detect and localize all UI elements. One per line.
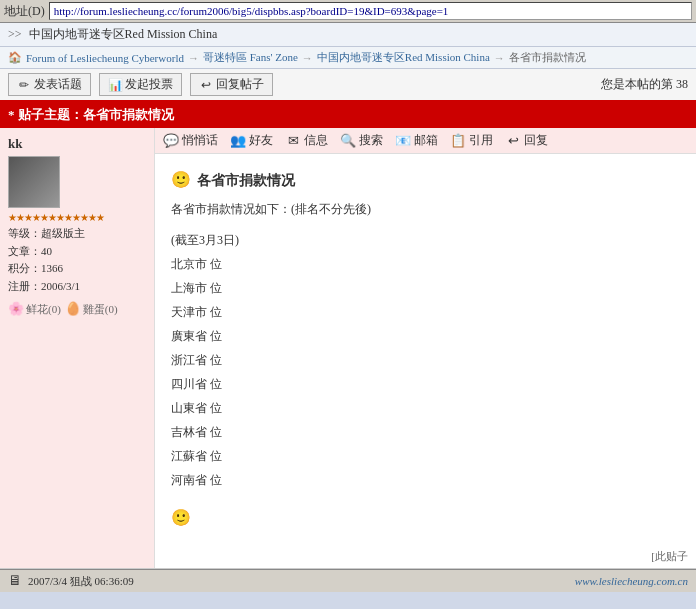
post-subtitle: 各省市捐款情况如下：(排名不分先後) — [171, 199, 680, 221]
search-icon: 🔍 — [340, 133, 356, 149]
action-search-label: 搜索 — [359, 132, 383, 149]
user-stars: ★★★★★★★★★★★★ — [8, 212, 104, 223]
user-info: 等级：超级版主 文章：40 积分：1366 注册：2006/3/1 — [8, 225, 85, 295]
action-message-label: 信息 — [304, 132, 328, 149]
egg-icon: 🥚 — [65, 301, 81, 317]
breadcrumb-bar: >> 中国内地哥迷专区Red Mission China — [0, 23, 696, 47]
post-topic-label: 发表话题 — [34, 76, 82, 93]
post-title-line: 🙂 各省市捐款情况 — [171, 166, 680, 195]
smiley-top: 🙂 — [171, 166, 191, 195]
browser-bar: 地址(D) http://forum.lesliecheung.cc/forum… — [0, 0, 696, 23]
breadcrumb-top-text: 中国内地哥迷专区Red Mission China — [29, 27, 218, 41]
action-friends[interactable]: 👥 好友 — [230, 132, 273, 149]
bottom-left: 🖥 2007/3/4 狙战 06:36:09 — [8, 573, 134, 589]
breadcrumb-prefix: >> — [8, 27, 22, 41]
url-text: http://forum.lesliecheung.cc/forum2006/b… — [54, 5, 449, 17]
arrow-1: → — [188, 52, 199, 64]
action-whisper[interactable]: 💬 悄悄话 — [163, 132, 218, 149]
post-date-note: (截至3月3日) — [171, 228, 680, 252]
province-5: 四川省 位 — [171, 372, 680, 396]
action-email[interactable]: 📧 邮箱 — [395, 132, 438, 149]
province-9: 河南省 位 — [171, 468, 680, 492]
whisper-icon: 💬 — [163, 133, 179, 149]
post-header-label: * 贴子主题：各省市捐款情况 — [8, 107, 174, 122]
user-level: 等级：超级版主 — [8, 225, 85, 243]
reply-action-icon: ↩ — [505, 133, 521, 149]
user-posts: 文章：40 — [8, 243, 85, 261]
bottom-bar: 🖥 2007/3/4 狙战 06:36:09 www.lesliecheung.… — [0, 569, 696, 592]
action-email-label: 邮箱 — [414, 132, 438, 149]
action-message[interactable]: ✉ 信息 — [285, 132, 328, 149]
avatar — [8, 156, 60, 208]
reply-post-label: 回复帖子 — [216, 76, 264, 93]
address-bar[interactable]: http://forum.lesliecheung.cc/forum2006/b… — [49, 2, 692, 20]
quote-icon: 📋 — [450, 133, 466, 149]
reply-post-button[interactable]: ↩ 回复帖子 — [190, 73, 273, 96]
reply-icon: ↩ — [199, 78, 213, 92]
email-icon: 📧 — [395, 133, 411, 149]
post-title: 各省市捐款情况 — [197, 168, 295, 193]
nav-icon: 🏠 — [8, 51, 22, 64]
footer-note-text: [此贴子 — [651, 550, 688, 562]
post-date-author: 2007/3/4 狙战 06:36:09 — [28, 574, 134, 589]
action-whisper-label: 悄悄话 — [182, 132, 218, 149]
flower-icon: 🌸 — [8, 301, 24, 317]
flower-label: 鲜花(0) — [26, 302, 61, 317]
province-6: 山東省 位 — [171, 396, 680, 420]
action-quote[interactable]: 📋 引用 — [450, 132, 493, 149]
post-header: * 贴子主题：各省市捐款情况 — [0, 102, 696, 128]
nav-item-1[interactable]: 哥迷特區 Fans' Zone — [203, 50, 298, 65]
province-8: 江蘇省 位 — [171, 444, 680, 468]
friends-icon: 👥 — [230, 133, 246, 149]
flower-badge: 🌸 鲜花(0) — [8, 301, 61, 317]
post-topic-button[interactable]: ✏ 发表话题 — [8, 73, 91, 96]
toolbar: ✏ 发表话题 📊 发起投票 ↩ 回复帖子 您是本帖的第 38 — [0, 69, 696, 102]
action-reply[interactable]: ↩ 回复 — [505, 132, 548, 149]
nav-breadcrumb: 🏠 Forum of Lesliecheung Cyberworld → 哥迷特… — [0, 47, 696, 69]
smiley-bottom: 🙂 — [171, 509, 191, 526]
action-friends-label: 好友 — [249, 132, 273, 149]
computer-icon: 🖥 — [8, 573, 22, 589]
post-container: kk ★★★★★★★★★★★★ 等级：超级版主 文章：40 积分：1366 注册… — [0, 128, 696, 569]
post-footer-note: [此贴子 — [155, 545, 696, 568]
province-3: 廣東省 位 — [171, 324, 680, 348]
province-4: 浙江省 位 — [171, 348, 680, 372]
address-label: 地址(D) — [4, 3, 45, 20]
vote-icon: 📊 — [108, 78, 122, 92]
post-count-text: 您是本帖的第 38 — [601, 76, 688, 93]
avatar-image — [9, 156, 59, 208]
nav-item-3: 各省市捐款情况 — [509, 50, 586, 65]
action-quote-label: 引用 — [469, 132, 493, 149]
province-2: 天津市 位 — [171, 300, 680, 324]
action-reply-label: 回复 — [524, 132, 548, 149]
nav-item-0[interactable]: Forum of Lesliecheung Cyberworld — [26, 52, 184, 64]
arrow-3: → — [494, 52, 505, 64]
page-content: >> 中国内地哥迷专区Red Mission China 🏠 Forum of … — [0, 23, 696, 592]
user-score: 积分：1366 — [8, 260, 85, 278]
start-vote-label: 发起投票 — [125, 76, 173, 93]
nav-item-2[interactable]: 中国内地哥迷专区Red Mission China — [317, 50, 490, 65]
province-0: 北京市 位 — [171, 252, 680, 276]
message-icon: ✉ — [285, 133, 301, 149]
post-icon: ✏ — [17, 78, 31, 92]
province-7: 吉林省 位 — [171, 420, 680, 444]
province-1: 上海市 位 — [171, 276, 680, 300]
username: kk — [8, 136, 22, 152]
egg-label: 雞蛋(0) — [83, 302, 118, 317]
post-content-area: 💬 悄悄话 👥 好友 ✉ 信息 🔍 搜索 📧 邮箱 — [155, 128, 696, 568]
egg-badge: 🥚 雞蛋(0) — [65, 301, 118, 317]
arrow-2: → — [302, 52, 313, 64]
post-provinces: 北京市 位 上海市 位 天津市 位 廣東省 位 浙江省 位 四川省 位 山東省 … — [171, 252, 680, 492]
user-panel: kk ★★★★★★★★★★★★ 等级：超级版主 文章：40 积分：1366 注册… — [0, 128, 155, 568]
user-reg: 注册：2006/3/1 — [8, 278, 85, 296]
user-badges: 🌸 鲜花(0) 🥚 雞蛋(0) — [8, 301, 118, 317]
start-vote-button[interactable]: 📊 发起投票 — [99, 73, 182, 96]
website-text: www.lesliecheung.com.cn — [575, 575, 688, 587]
action-search[interactable]: 🔍 搜索 — [340, 132, 383, 149]
post-body: 🙂 各省市捐款情况 各省市捐款情况如下：(排名不分先後) (截至3月3日) 北京… — [155, 154, 696, 545]
action-row: 💬 悄悄话 👥 好友 ✉ 信息 🔍 搜索 📧 邮箱 — [155, 128, 696, 154]
